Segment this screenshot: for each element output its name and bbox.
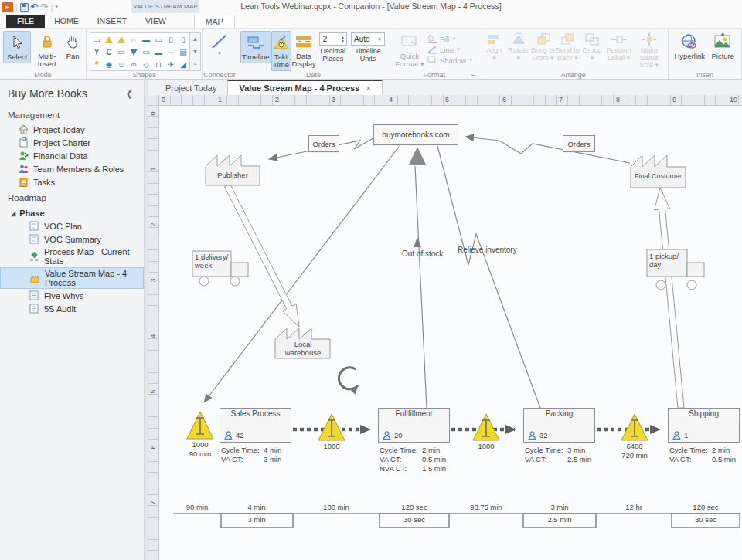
- shape-data-box-icon[interactable]: ▭: [152, 33, 165, 46]
- position-label-button[interactable]: Position Label ▾: [604, 31, 633, 63]
- shipment-arrow-shipping-to-customer[interactable]: [655, 188, 684, 408]
- sidebar-item-tasks[interactable]: Tasks: [0, 175, 144, 188]
- sidebar-item-project-today[interactable]: Project Today: [0, 123, 144, 136]
- shape-operator-icon[interactable]: ☺: [115, 58, 128, 70]
- scroll-up-icon[interactable]: ▲: [190, 33, 200, 46]
- roadmap-phase-node[interactable]: ◢ Phase: [0, 205, 144, 219]
- inventory-triangle-4[interactable]: [621, 414, 648, 440]
- map-canvas[interactable]: 01 23 45 67 89 10 01 23 45 67: [148, 95, 742, 560]
- shape-ship-icon[interactable]: ◢: [177, 58, 189, 70]
- sidebar-item-project-charter[interactable]: Project Charter: [0, 136, 144, 149]
- make-same-size-button[interactable]: Make Same Size ▾: [633, 31, 665, 71]
- bring-to-front-button[interactable]: Bring to Front ▾: [531, 31, 556, 63]
- process-shipping[interactable]: Shipping 1: [668, 408, 740, 443]
- doc-tab-project-today[interactable]: Project Today: [155, 81, 227, 95]
- shape-c-shape-icon[interactable]: C: [103, 46, 115, 58]
- fill-button[interactable]: Fill▼: [427, 34, 473, 43]
- shape-kaizen-burst-icon[interactable]: *: [90, 58, 103, 70]
- sidebar-collapse-icon[interactable]: ❮: [126, 89, 133, 99]
- website-node[interactable]: buymorebooks.com: [373, 124, 458, 145]
- shape-go-see-icon[interactable]: ∞: [128, 58, 140, 70]
- shape-safety-stock-icon[interactable]: [115, 33, 128, 46]
- shape-inventory-icon[interactable]: [103, 33, 115, 46]
- sidebar-item-financial-data[interactable]: Financial Data: [0, 149, 144, 162]
- shape-gate-icon[interactable]: ⊓: [152, 58, 165, 70]
- align-button[interactable]: Align▾: [482, 31, 506, 63]
- shape-palette-scrollbar[interactable]: ▲ ▼ ≡: [190, 32, 201, 71]
- process-sales[interactable]: Sales Process 42: [220, 408, 291, 443]
- shape-air-freight-icon[interactable]: ✈: [165, 58, 177, 70]
- project-title: Buy More Books: [0, 84, 144, 106]
- scroll-down-icon[interactable]: ▼: [190, 46, 200, 58]
- shipment-arrow-publisher-to-warehouse[interactable]: [224, 184, 299, 327]
- info-flow-packing-to-website[interactable]: [437, 146, 540, 408]
- shape-curve-icon[interactable]: ⌣: [165, 46, 177, 58]
- hyperlink-button[interactable]: Hyperlink: [672, 31, 707, 62]
- doc-tab-value-stream-map[interactable]: Value Stream Map - 4 Process ×: [227, 80, 382, 95]
- sidebar-item-process-map[interactable]: Process Map - Current State: [0, 246, 144, 267]
- quick-format-button[interactable]: Quick Format ▾: [393, 31, 426, 70]
- takt-time-button[interactable]: Takt Time: [271, 31, 291, 71]
- inventory-triangle-3[interactable]: [473, 414, 499, 440]
- vertical-ruler: 01 23 45 67: [148, 106, 159, 560]
- shape-decision-icon[interactable]: ◇: [140, 58, 152, 70]
- inventory-triangle-1[interactable]: [187, 412, 213, 439]
- orders-right-node[interactable]: Orders: [563, 135, 595, 152]
- process-packing[interactable]: Packing 32: [523, 408, 595, 443]
- multi-insert-button[interactable]: Multi-Insert: [31, 31, 63, 70]
- line-button[interactable]: Line▼: [427, 45, 473, 54]
- shape-slanted-box-icon[interactable]: ▬: [152, 46, 165, 58]
- shape-process-icon[interactable]: ▭: [90, 33, 103, 46]
- info-flow-customer-to-website[interactable]: [465, 137, 630, 163]
- shadow-button[interactable]: Shadow▼: [427, 56, 473, 65]
- shape-terminator-icon[interactable]: ▭: [140, 46, 152, 58]
- scroll-more-icon[interactable]: ≡: [190, 58, 200, 70]
- decimal-places-input[interactable]: 2 ▲▼: [319, 32, 347, 46]
- tab-home[interactable]: HOME: [45, 15, 88, 28]
- sidebar-item-five-whys[interactable]: Five Whys: [0, 289, 144, 302]
- sidebar-item-value-stream-map[interactable]: Value Stream Map - 4 Process: [0, 267, 144, 289]
- sidebar-item-voc-summary[interactable]: VOC Summary: [0, 232, 144, 246]
- process-fulfillment[interactable]: Fullfillment 20: [378, 408, 450, 443]
- note-out-of-stock[interactable]: Out of stock: [402, 249, 443, 258]
- timeline-units-select[interactable]: Auto ▼: [351, 32, 385, 46]
- picture-button[interactable]: Picture: [707, 31, 738, 62]
- pan-button[interactable]: Pan: [63, 31, 83, 62]
- timeline-button[interactable]: Timeline: [240, 31, 271, 63]
- rotate-button[interactable]: Rotate▾: [506, 31, 531, 63]
- go-see-arrow-shape[interactable]: [339, 368, 358, 389]
- shape-clock-icon[interactable]: ◉: [103, 58, 115, 70]
- shape-vertical-process-icon[interactable]: ▯: [165, 33, 177, 46]
- connector-dropdown-icon[interactable]: ▼: [217, 51, 222, 56]
- connector-button[interactable]: ▼: [206, 31, 233, 57]
- titlebar: ▸ | ↶ ↷ | ▾ Lean Tools Webinar.qcpx - Co…: [0, 0, 742, 14]
- sidebar-item-voc-plan[interactable]: VOC Plan: [0, 219, 144, 232]
- info-flow-fulfillment-to-website[interactable]: [415, 166, 427, 408]
- shape-truck-icon[interactable]: ▬: [140, 33, 152, 46]
- sidebar-item-5s-audit[interactable]: 5S Audit: [0, 302, 144, 315]
- note-relieve-inventory[interactable]: Relieve inventory: [458, 246, 517, 254]
- inventory-triangle-2[interactable]: [318, 414, 345, 440]
- data-display-button[interactable]: Data Display: [291, 31, 317, 70]
- shape-funnel-icon[interactable]: [128, 46, 140, 58]
- send-to-back-button[interactable]: Send to Back ▾: [555, 31, 580, 63]
- spinner-arrows-icon[interactable]: ▲▼: [341, 36, 346, 43]
- tab-map[interactable]: MAP: [194, 15, 235, 28]
- select-button[interactable]: Select: [3, 31, 31, 63]
- final-customer-factory-shape[interactable]: [631, 155, 686, 188]
- group-button[interactable]: Group▾: [580, 31, 604, 63]
- shape-factory-icon[interactable]: ⌂: [128, 33, 140, 46]
- close-tab-icon[interactable]: ×: [366, 83, 370, 93]
- tab-view[interactable]: VIEW: [136, 15, 175, 28]
- shape-queue-icon[interactable]: ▯: [177, 33, 189, 46]
- orders-left-node[interactable]: Orders: [308, 135, 339, 152]
- shape-fifo-icon[interactable]: ▤: [177, 46, 189, 58]
- drawing-area[interactable]: buymorebooks.com Orders Orders Publisher…: [159, 106, 742, 560]
- tree-expand-icon[interactable]: ◢: [11, 210, 15, 217]
- shape-y-connector-icon[interactable]: Y: [90, 46, 103, 58]
- sidebar-item-team-members[interactable]: Team Members & Roles: [0, 162, 144, 175]
- timeline-ct-4: 120 sec: [675, 503, 737, 511]
- tab-file[interactable]: FILE: [6, 15, 45, 28]
- shape-label-icon[interactable]: ▭: [115, 46, 128, 58]
- tab-insert[interactable]: INSERT: [88, 15, 136, 28]
